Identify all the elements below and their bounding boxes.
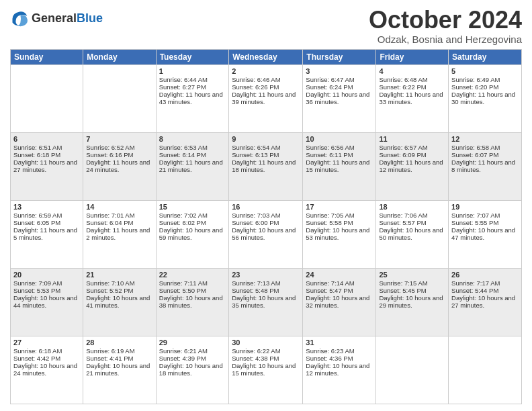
sunset: Sunset: 6:00 PM: [232, 219, 279, 226]
sunset: Sunset: 6:11 PM: [306, 151, 353, 158]
sunset: Sunset: 4:36 PM: [306, 355, 353, 362]
logo-icon: [10, 9, 29, 28]
sunrise: Sunrise: 6:47 AM: [306, 76, 354, 83]
sunset: Sunset: 5:58 PM: [306, 219, 353, 226]
sunrise: Sunrise: 7:10 AM: [86, 279, 134, 287]
sunrise: Sunrise: 7:13 AM: [232, 279, 280, 287]
sunrise: Sunrise: 6:51 AM: [13, 144, 62, 151]
calendar-cell: 25Sunrise: 7:15 AMSunset: 5:45 PMDayligh…: [376, 268, 449, 336]
daylight: Daylight: 10 hours and 44 minutes.: [13, 294, 77, 309]
header-row: Sunday Monday Tuesday Wednesday Thursday…: [11, 49, 522, 64]
calendar-cell: [376, 336, 449, 404]
calendar-cell: [449, 336, 522, 404]
daylight: Daylight: 10 hours and 50 minutes.: [379, 226, 443, 241]
calendar-cell: 13Sunrise: 6:59 AMSunset: 6:05 PMDayligh…: [11, 200, 83, 268]
day-number: 31: [306, 338, 373, 347]
calendar-cell: 8Sunrise: 6:53 AMSunset: 6:14 PMDaylight…: [156, 132, 229, 200]
daylight: Daylight: 11 hours and 21 minutes.: [159, 158, 223, 173]
day-number: 12: [451, 135, 519, 143]
day-number: 17: [306, 203, 373, 211]
daylight: Daylight: 10 hours and 12 minutes.: [306, 362, 369, 377]
day-number: 13: [13, 203, 80, 211]
logo-blue: Blue: [77, 11, 103, 25]
daylight: Daylight: 11 hours and 27 minutes.: [13, 158, 77, 173]
day-number: 2: [232, 67, 300, 75]
header: GeneralBlue October 2024 Odzak, Bosnia a…: [10, 7, 522, 45]
daylight: Daylight: 10 hours and 27 minutes.: [451, 294, 515, 309]
day-number: 14: [86, 203, 152, 211]
daylight: Daylight: 11 hours and 8 minutes.: [451, 158, 515, 173]
day-number: 1: [159, 67, 226, 75]
day-number: 23: [232, 271, 300, 279]
calendar-cell: 6Sunrise: 6:51 AMSunset: 6:18 PMDaylight…: [11, 132, 83, 200]
daylight: Daylight: 11 hours and 39 minutes.: [232, 91, 296, 105]
sunset: Sunset: 6:27 PM: [159, 83, 206, 91]
sunrise: Sunrise: 7:17 AM: [451, 279, 500, 287]
sunset: Sunset: 5:55 PM: [451, 219, 498, 226]
sunrise: Sunrise: 6:46 AM: [232, 76, 280, 83]
calendar-cell: 9Sunrise: 6:54 AMSunset: 6:13 PMDaylight…: [229, 132, 303, 200]
calendar-week-3: 13Sunrise: 6:59 AMSunset: 6:05 PMDayligh…: [11, 200, 522, 268]
day-number: 19: [451, 203, 519, 211]
calendar-cell: 19Sunrise: 7:07 AMSunset: 5:55 PMDayligh…: [449, 200, 522, 268]
sunrise: Sunrise: 6:57 AM: [379, 144, 427, 151]
col-saturday: Saturday: [449, 49, 522, 64]
sunset: Sunset: 6:05 PM: [13, 219, 60, 226]
sunrise: Sunrise: 6:54 AM: [232, 144, 280, 151]
logo-text-block: GeneralBlue: [32, 12, 103, 26]
sunset: Sunset: 6:04 PM: [86, 219, 133, 226]
sunrise: Sunrise: 7:07 AM: [451, 212, 500, 219]
sunset: Sunset: 6:20 PM: [451, 83, 498, 91]
calendar-week-5: 27Sunrise: 6:18 AMSunset: 4:42 PMDayligh…: [11, 336, 522, 404]
calendar-cell: 7Sunrise: 6:52 AMSunset: 6:16 PMDaylight…: [83, 132, 156, 200]
calendar-cell: 3Sunrise: 6:47 AMSunset: 6:24 PMDaylight…: [303, 64, 376, 132]
daylight: Daylight: 11 hours and 18 minutes.: [232, 158, 296, 173]
calendar-cell: 20Sunrise: 7:09 AMSunset: 5:53 PMDayligh…: [11, 268, 83, 336]
sunset: Sunset: 6:13 PM: [232, 151, 279, 158]
calendar-cell: 23Sunrise: 7:13 AMSunset: 5:48 PMDayligh…: [229, 268, 303, 336]
daylight: Daylight: 10 hours and 18 minutes.: [159, 362, 223, 377]
calendar-cell: 27Sunrise: 6:18 AMSunset: 4:42 PMDayligh…: [11, 336, 83, 404]
day-number: 9: [232, 135, 300, 143]
sunrise: Sunrise: 6:18 AM: [13, 347, 62, 355]
daylight: Daylight: 10 hours and 29 minutes.: [379, 294, 443, 309]
sunset: Sunset: 5:47 PM: [306, 287, 353, 294]
calendar-cell: 5Sunrise: 6:49 AMSunset: 6:20 PMDaylight…: [449, 64, 522, 132]
sunset: Sunset: 6:18 PM: [13, 151, 60, 158]
daylight: Daylight: 10 hours and 56 minutes.: [232, 226, 296, 241]
calendar-cell: 21Sunrise: 7:10 AMSunset: 5:52 PMDayligh…: [83, 268, 156, 336]
sunset: Sunset: 5:50 PM: [159, 287, 206, 294]
day-number: 15: [159, 203, 226, 211]
calendar-cell: [83, 64, 156, 132]
calendar-cell: 16Sunrise: 7:03 AMSunset: 6:00 PMDayligh…: [229, 200, 303, 268]
day-number: 5: [451, 67, 519, 75]
col-sunday: Sunday: [11, 49, 83, 64]
sunset: Sunset: 6:16 PM: [86, 151, 133, 158]
daylight: Daylight: 10 hours and 53 minutes.: [306, 226, 369, 241]
sunrise: Sunrise: 7:06 AM: [379, 212, 427, 219]
col-friday: Friday: [376, 49, 449, 64]
daylight: Daylight: 11 hours and 33 minutes.: [379, 91, 443, 105]
sunset: Sunset: 5:57 PM: [379, 219, 426, 226]
daylight: Daylight: 11 hours and 36 minutes.: [306, 91, 369, 105]
sunset: Sunset: 4:38 PM: [232, 355, 279, 362]
daylight: Daylight: 10 hours and 24 minutes.: [13, 362, 77, 377]
logo-general: General: [32, 11, 77, 25]
sunrise: Sunrise: 6:23 AM: [306, 347, 354, 355]
daylight: Daylight: 11 hours and 30 minutes.: [451, 91, 515, 105]
sunset: Sunset: 6:09 PM: [379, 151, 426, 158]
page: GeneralBlue October 2024 Odzak, Bosnia a…: [0, 0, 532, 411]
sunset: Sunset: 5:44 PM: [451, 287, 498, 294]
day-number: 26: [451, 271, 519, 279]
col-monday: Monday: [83, 49, 156, 64]
sunrise: Sunrise: 6:44 AM: [159, 76, 208, 83]
sunrise: Sunrise: 7:09 AM: [13, 279, 62, 287]
sunrise: Sunrise: 7:15 AM: [379, 279, 427, 287]
daylight: Daylight: 10 hours and 32 minutes.: [306, 294, 369, 309]
sunrise: Sunrise: 6:53 AM: [159, 144, 208, 151]
day-number: 25: [379, 271, 445, 279]
daylight: Daylight: 11 hours and 24 minutes.: [86, 158, 150, 173]
col-thursday: Thursday: [303, 49, 376, 64]
calendar-cell: 1Sunrise: 6:44 AMSunset: 6:27 PMDaylight…: [156, 64, 229, 132]
daylight: Daylight: 10 hours and 47 minutes.: [451, 226, 515, 241]
